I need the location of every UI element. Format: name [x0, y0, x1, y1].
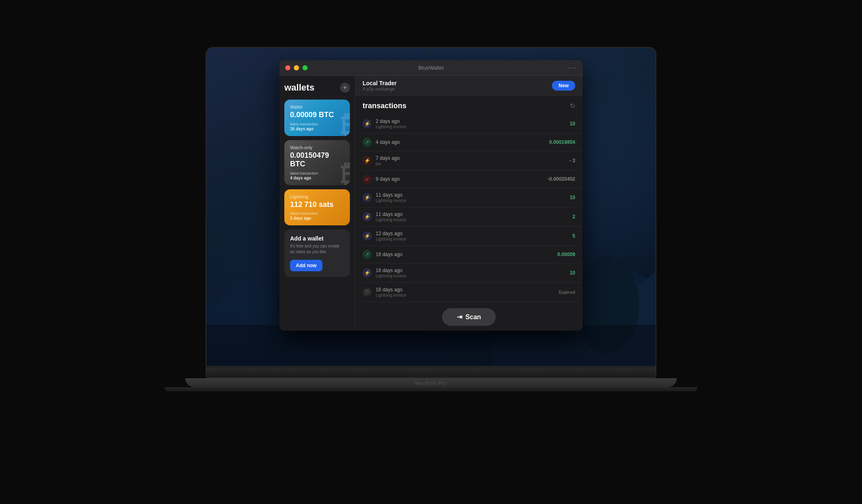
tx-time: 16 days ago	[376, 268, 566, 273]
window-menu-button[interactable]: ···	[568, 64, 577, 72]
tx-time: 11 days ago	[376, 211, 568, 217]
tx-desc: Lightning invoice	[376, 274, 566, 278]
tx-info: 11 days ago Lightning invoice	[376, 211, 568, 222]
add-now-button[interactable]: Add now	[290, 260, 322, 271]
btc-out-icon-2: ↙	[363, 175, 372, 184]
expired-icon: ⏱	[363, 288, 372, 297]
btc-wallet-label: Wallet	[290, 104, 344, 109]
watch-btc-icon: ₿	[341, 159, 350, 185]
scan-button-container: ⇥ Scan	[355, 303, 583, 331]
table-row[interactable]: ⚡ 12 days ago Lightning invoice 5	[357, 227, 581, 246]
tx-info: 2 days ago Lightning invoice	[376, 118, 566, 129]
tx-info: 4 days ago	[376, 139, 545, 145]
table-row[interactable]: ↗ 16 days ago 0.00009	[357, 246, 581, 263]
tx-amount: 10	[570, 121, 575, 127]
lightning-in-icon-5: ⚡	[363, 268, 372, 277]
svg-rect-2	[206, 325, 656, 366]
new-badge[interactable]: New	[552, 81, 575, 91]
traffic-lights	[285, 65, 308, 70]
btc-wallet-date: 16 days ago	[290, 127, 344, 131]
table-row[interactable]: ⚡ 16 days ago Lightning invoice 10	[357, 263, 581, 283]
tx-amount: -0.00020452	[548, 176, 575, 182]
table-row[interactable]: ⚡ 7 days ago pw - 3	[357, 151, 581, 170]
local-trader-bar: Local Trader A p2p exchange New	[355, 76, 583, 96]
laptop-bottom-bezel	[206, 367, 656, 378]
tx-time: 11 days ago	[376, 192, 566, 198]
tx-amount: Expired	[559, 290, 575, 295]
lightning-in-icon-3: ⚡	[363, 212, 372, 221]
btc-wallet-card[interactable]: Wallet 0.00009 BTC latest transaction 16…	[284, 100, 350, 136]
lightning-wallet-label: Lightning	[290, 194, 344, 199]
tx-info: 16 days ago Lightning invoice	[376, 287, 555, 297]
close-button[interactable]	[285, 65, 290, 70]
watch-wallet-card[interactable]: Watch-only 0.00150479 BTC latest transac…	[284, 140, 350, 185]
laptop-foot	[165, 387, 697, 391]
watch-wallet-date: 4 days ago	[290, 176, 344, 180]
tx-info: 11 days ago Lightning invoice	[376, 192, 566, 203]
btc-wallet-sub: latest transaction	[290, 122, 344, 126]
lightning-wallet-amount: 112 710 sats	[290, 200, 344, 209]
table-row[interactable]: ⚡ 11 days ago Lightning invoice 2	[357, 207, 581, 227]
tx-info: 16 days ago Lightning invoice	[376, 268, 566, 278]
sidebar-header: wallets +	[284, 82, 350, 93]
table-row[interactable]: ↗ 4 days ago 0.00019854	[357, 134, 581, 151]
main-panel: Local Trader A p2p exchange New transact…	[355, 76, 583, 331]
local-trader-name: Local Trader	[363, 80, 397, 86]
btc-out-icon: ⚡	[363, 156, 372, 165]
minimize-button[interactable]	[294, 65, 299, 70]
sidebar: wallets + Wallet 0.00009 BTC latest tran…	[279, 76, 355, 331]
watch-wallet-amount: 0.00150479 BTC	[290, 151, 344, 169]
maximize-button[interactable]	[302, 65, 308, 70]
table-row[interactable]: ⏱ 16 days ago Lightning invoice Expired	[357, 283, 581, 302]
screen-bezel: BlueWallet ··· wallets + Wallet 0.00009 …	[206, 47, 656, 367]
btc-wallet-amount: 0.00009 BTC	[290, 111, 344, 120]
tx-info: 9 days ago	[376, 176, 544, 182]
lightning-in-icon-2: ⚡	[363, 193, 372, 202]
add-wallet-desc: It's free and you can create as many as …	[290, 243, 344, 255]
btc-in-icon: ↗	[363, 138, 372, 147]
tx-time: 16 days ago	[376, 287, 555, 293]
tx-info: 16 days ago	[376, 252, 553, 258]
tx-desc: Lightning invoice	[376, 125, 566, 129]
title-bar: BlueWallet ···	[279, 60, 583, 76]
tx-time: 7 days ago	[376, 155, 565, 161]
tx-amount: 0.00019854	[549, 139, 575, 145]
lightning-wallet-date: 2 days ago	[290, 216, 344, 220]
table-row[interactable]: ⚡ 11 days ago Lightning invoice 10	[357, 188, 581, 207]
scan-button[interactable]: ⇥ Scan	[442, 308, 496, 326]
tx-time: 16 days ago	[376, 252, 553, 257]
scan-button-label: Scan	[465, 313, 481, 321]
lightning-wallet-sub: latest transaction	[290, 211, 344, 216]
app-window: BlueWallet ··· wallets + Wallet 0.00009 …	[279, 60, 583, 331]
tx-amount: 10	[570, 195, 575, 200]
local-trader-subtitle: A p2p exchange	[363, 86, 397, 91]
window-title: BlueWallet	[418, 65, 444, 71]
watch-wallet-sub: latest transaction	[290, 171, 344, 175]
tx-info: 7 days ago pw	[376, 155, 565, 166]
lightning-in-icon: ⚡	[363, 119, 372, 128]
tx-time: 12 days ago	[376, 231, 568, 236]
table-row[interactable]: ↙ 9 days ago -0.00020452	[357, 170, 581, 188]
tx-amount: 5	[572, 233, 575, 239]
transactions-title: transactions	[363, 102, 406, 110]
lightning-wallet-card[interactable]: Lightning 112 710 sats latest transactio…	[284, 189, 350, 226]
camera-notch	[429, 51, 433, 54]
btc-in-icon-2: ↗	[363, 250, 372, 259]
tx-desc: Lightning invoice	[376, 218, 568, 222]
app-body: wallets + Wallet 0.00009 BTC latest tran…	[279, 76, 583, 331]
add-wallet-card: Add a wallet It's free and you can creat…	[284, 229, 350, 277]
refresh-icon[interactable]: ↻	[570, 102, 575, 110]
scan-icon: ⇥	[457, 313, 462, 321]
tx-info: 12 days ago Lightning invoice	[376, 231, 568, 241]
tx-time: 4 days ago	[376, 139, 545, 145]
tx-amount: - 3	[569, 158, 575, 163]
watch-wallet-label: Watch-only	[290, 145, 344, 150]
table-row[interactable]: ⚡ 2 days ago Lightning invoice 10	[357, 114, 581, 134]
tx-desc: pw	[376, 161, 565, 166]
tx-desc: Lightning invoice	[376, 237, 568, 241]
tx-desc: Lightning invoice	[376, 198, 566, 203]
btc-icon: ₿	[341, 110, 350, 136]
add-wallet-button[interactable]: +	[340, 83, 350, 93]
tx-desc: Lightning invoice	[376, 293, 555, 297]
lightning-in-icon-4: ⚡	[363, 232, 372, 241]
